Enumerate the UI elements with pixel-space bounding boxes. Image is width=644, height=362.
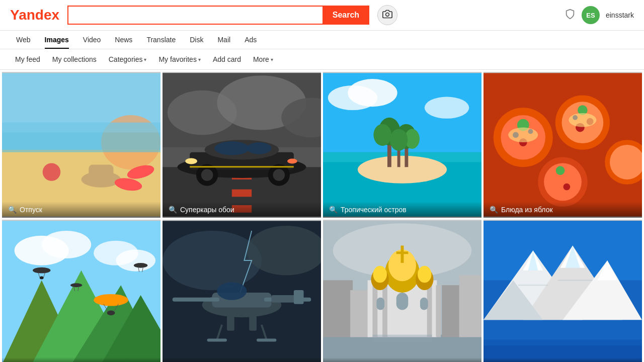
svg-rect-129 <box>420 298 428 310</box>
nav-item-ads[interactable]: Ads <box>238 31 263 49</box>
nav-item-web[interactable]: Web <box>10 31 37 49</box>
nav-item-news[interactable]: News <box>109 31 138 49</box>
image-card-mountain[interactable] <box>484 220 642 362</box>
svg-point-96 <box>217 282 247 300</box>
svg-rect-110 <box>323 280 353 337</box>
subnav-my-favorites-label: My favorites <box>158 55 196 63</box>
food-image <box>484 72 642 218</box>
subnav-add-card-label: Add card <box>213 55 241 63</box>
subnav-more-label: More <box>253 55 269 63</box>
nav-item-images[interactable]: Images <box>39 31 75 49</box>
header-right: ES einsstark <box>565 6 634 24</box>
subnav-categories[interactable]: Categories ▾ <box>104 53 152 65</box>
spacecraft-image <box>163 220 321 362</box>
cathedral-image <box>323 220 481 362</box>
logo-y: Y <box>10 7 19 23</box>
svg-rect-128 <box>376 298 384 310</box>
svg-rect-143 <box>484 340 642 346</box>
subnav-my-feed[interactable]: My feed <box>10 53 45 65</box>
mountain-image <box>484 220 642 362</box>
nav-item-disk[interactable]: Disk <box>184 31 209 49</box>
search-button[interactable]: Search <box>323 6 369 25</box>
beach-image <box>2 72 160 218</box>
username[interactable]: einsstark <box>606 11 634 19</box>
svg-rect-18 <box>232 190 252 197</box>
svg-point-84 <box>40 277 44 280</box>
car-image <box>163 72 321 218</box>
paraglide-label <box>2 357 160 362</box>
main-nav: Web Images Video News Translate Disk Mai… <box>0 31 644 49</box>
svg-point-70 <box>42 231 91 258</box>
subnav-my-favorites[interactable]: My favorites ▾ <box>153 53 205 65</box>
food-label: 🔍 Блюда из яблок <box>484 202 642 218</box>
image-card-beach[interactable]: 🔍 Отпуск <box>2 72 160 218</box>
spacecraft-label <box>163 357 321 362</box>
svg-point-4 <box>43 163 60 180</box>
svg-rect-99 <box>227 316 234 331</box>
image-card-island[interactable]: 🔍 Тропический остров <box>323 72 481 218</box>
camera-button[interactable] <box>377 5 397 25</box>
svg-rect-111 <box>350 290 370 337</box>
svg-point-38 <box>358 156 447 184</box>
avatar[interactable]: ES <box>582 6 600 24</box>
subnav-my-feed-label: My feed <box>15 55 40 63</box>
nav-item-translate[interactable]: Translate <box>140 31 182 49</box>
image-card-car[interactable]: 🔍 Суперкары обои <box>163 72 321 218</box>
search-icon: 🔍 <box>329 206 338 214</box>
beach-label: 🔍 Отпуск <box>2 202 160 218</box>
svg-rect-10 <box>2 123 160 133</box>
svg-rect-121 <box>401 245 404 262</box>
food-label-text: Блюда из яблок <box>501 206 553 214</box>
svg-point-72 <box>94 241 138 265</box>
svg-rect-113 <box>459 276 481 337</box>
svg-rect-105 <box>207 339 227 342</box>
svg-point-67 <box>569 113 596 127</box>
svg-point-85 <box>134 263 148 268</box>
search-icon: 🔍 <box>490 206 498 214</box>
logo-andex: andex <box>19 7 59 23</box>
image-card-cathedral[interactable] <box>323 220 481 362</box>
svg-point-26 <box>201 169 213 181</box>
logo[interactable]: Yandex <box>10 7 59 23</box>
subnav: My feed My collections Categories ▾ My f… <box>0 49 644 70</box>
svg-point-34 <box>348 79 397 107</box>
svg-point-35 <box>425 97 469 119</box>
search-input[interactable] <box>67 6 323 25</box>
subnav-my-collections-label: My collections <box>52 55 97 63</box>
svg-point-62 <box>556 166 565 175</box>
svg-rect-118 <box>436 285 441 337</box>
image-card-spacecraft[interactable] <box>163 220 321 362</box>
chevron-down-icon: ▾ <box>144 57 146 62</box>
nav-item-mail[interactable]: Mail <box>211 31 236 49</box>
svg-rect-31 <box>190 166 294 167</box>
search-bar: Search <box>67 6 369 25</box>
svg-point-24 <box>247 142 271 154</box>
svg-rect-115 <box>372 285 377 337</box>
subnav-more[interactable]: More ▾ <box>248 53 278 65</box>
svg-point-77 <box>94 294 128 306</box>
shield-icon[interactable] <box>565 9 576 22</box>
mountain-label <box>484 357 642 362</box>
island-label: 🔍 Тропический остров <box>323 202 481 218</box>
nav-item-video[interactable]: Video <box>77 31 107 49</box>
subnav-add-card[interactable]: Add card <box>208 53 246 65</box>
subnav-my-collections[interactable]: My collections <box>47 53 102 65</box>
svg-rect-100 <box>249 316 257 331</box>
chevron-down-icon: ▾ <box>198 57 201 62</box>
image-card-food[interactable]: 🔍 Блюда из яблок <box>484 72 642 218</box>
image-card-paraglide[interactable] <box>2 220 160 362</box>
svg-rect-117 <box>427 285 432 337</box>
svg-rect-102 <box>294 290 304 304</box>
search-icon: 🔍 <box>169 206 177 214</box>
beach-label-text: Отпуск <box>20 206 42 214</box>
header: Yandex Search ES einsstark <box>0 0 644 31</box>
island-image <box>323 72 481 218</box>
svg-rect-130 <box>372 335 432 342</box>
svg-point-23 <box>214 141 249 155</box>
svg-point-0 <box>386 13 389 16</box>
svg-rect-122 <box>396 251 409 254</box>
svg-point-29 <box>185 158 197 164</box>
svg-point-30 <box>287 159 297 164</box>
island-label-text: Тропический остров <box>341 206 407 214</box>
svg-point-66 <box>508 128 538 143</box>
